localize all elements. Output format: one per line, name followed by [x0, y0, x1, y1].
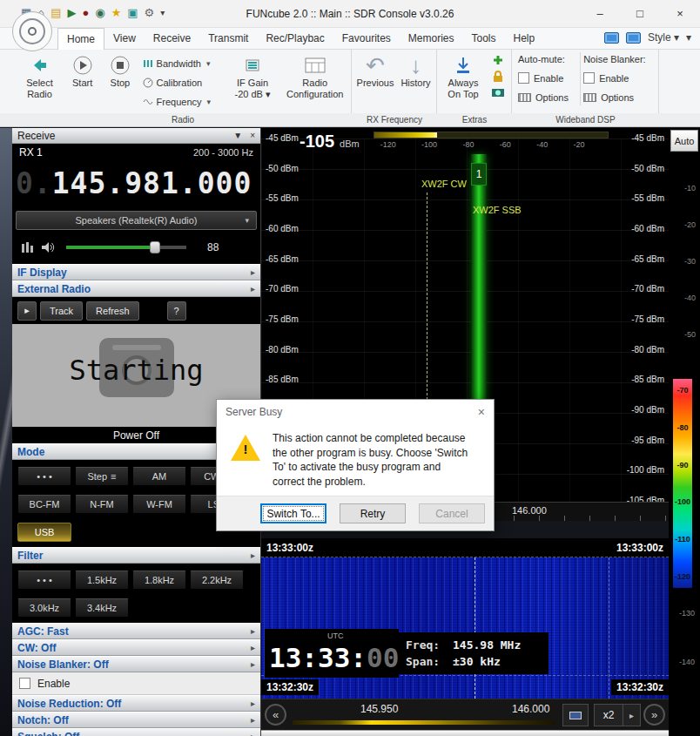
if-gain-button[interactable]: IF Gain -20 dB ▾: [228, 53, 278, 100]
close-button[interactable]: ×: [660, 0, 700, 27]
auto-mute-enable-checkbox[interactable]: [518, 72, 529, 84]
filter-34-button[interactable]: 3.4kHz: [75, 598, 129, 618]
auto-mute-enable[interactable]: Enable: [518, 70, 577, 86]
zoom-increase-button[interactable]: ▸: [623, 704, 641, 726]
mode-usb-button[interactable]: USB: [17, 523, 71, 542]
frequency-scale[interactable]: 145.950 146.000: [293, 699, 555, 731]
filter-15-button[interactable]: 1.5kHz: [75, 571, 129, 590]
start-button[interactable]: Start: [67, 53, 98, 89]
maximize-button[interactable]: □: [620, 0, 660, 27]
filter-22-button[interactable]: 2.2kHz: [190, 571, 244, 590]
scroll-right-button[interactable]: »: [643, 704, 665, 726]
stop-button[interactable]: Stop: [104, 53, 135, 89]
notch-section[interactable]: Notch: Off ▸: [12, 712, 260, 728]
retry-button[interactable]: Retry: [340, 503, 406, 523]
options-icon: [583, 93, 596, 102]
squelch-section[interactable]: Squelch: Off ▸: [12, 728, 260, 736]
speaker-icon[interactable]: [41, 241, 56, 253]
track-button[interactable]: Track: [40, 301, 83, 321]
if-gain-icon: [246, 53, 259, 78]
volume-slider-handle[interactable]: [150, 241, 160, 253]
switch-to-button[interactable]: Switch To...: [260, 503, 326, 523]
timestamp: 13:32:30z: [261, 679, 319, 695]
noise-blanker-section[interactable]: Noise Blanker: Off ▸: [12, 656, 260, 672]
tab-rec-playback[interactable]: Rec/Playbac: [257, 28, 333, 50]
select-radio-button[interactable]: Select Radio: [19, 53, 60, 100]
style-menu[interactable]: Style ▾: [648, 31, 679, 44]
receive-panel-header[interactable]: Receive ▼ ×: [12, 128, 260, 144]
axis-label: -80 dBm: [266, 345, 303, 354]
waterfall-display[interactable]: 13:33:00z 13:33:00z UTC 13:33:00 Freq: 1…: [261, 538, 669, 699]
filter-30-button[interactable]: 3.0kHz: [17, 598, 71, 618]
tune-marker-line: [475, 557, 475, 699]
signal-marker-1[interactable]: 1: [471, 163, 487, 186]
dialog-titlebar[interactable]: Server Busy ×: [217, 400, 494, 424]
tab-memories[interactable]: Memories: [400, 28, 463, 50]
dialog-close-icon[interactable]: ×: [478, 405, 485, 419]
agc-section[interactable]: AGC: Fast ▸: [12, 623, 260, 639]
previous-button[interactable]: ↶ Previous: [357, 53, 394, 89]
chevron-down-icon: ▾: [245, 216, 249, 225]
tab-receive[interactable]: Receive: [145, 28, 199, 50]
radio-configuration-button[interactable]: Radio Configuration: [284, 53, 346, 100]
rx-passband-range: 200 - 3000 Hz: [193, 147, 253, 158]
tab-view[interactable]: View: [104, 28, 145, 50]
noise-blanker-enable-row[interactable]: Enable: [12, 672, 260, 695]
mixer-icon[interactable]: [21, 241, 34, 253]
mode-step-button[interactable]: Step≡: [75, 467, 129, 486]
chevron-right-icon: ▸: [251, 732, 255, 736]
noise-blanker-checkbox[interactable]: [19, 678, 30, 689]
display-options-button[interactable]: [562, 704, 589, 726]
mode-wfm-button[interactable]: W-FM: [132, 495, 186, 514]
pin-icon[interactable]: ▼: [233, 131, 242, 140]
noise-reduction-section[interactable]: Noise Reduction: Off ▸: [12, 695, 260, 712]
refresh-button[interactable]: Refresh: [86, 301, 139, 321]
menu-icon: ≡: [111, 471, 116, 482]
audio-device-select[interactable]: Speakers (Realtek(R) Audio) ▾: [16, 211, 257, 230]
noise-blanker-enable-checkbox[interactable]: [583, 72, 595, 84]
external-radio-section[interactable]: External Radio ▸: [12, 280, 260, 297]
filter-18-button[interactable]: 1.8kHz: [132, 571, 186, 590]
noise-blanker-enable[interactable]: Enable: [583, 70, 652, 86]
frequency-dropdown[interactable]: Frequency ▾: [143, 93, 221, 111]
volume-slider[interactable]: [66, 241, 186, 253]
auto-range-button[interactable]: Auto: [670, 130, 698, 152]
filter-section[interactable]: Filter ▸: [12, 547, 260, 564]
frequency-display[interactable]: 0. 145.981.000: [12, 161, 260, 205]
tab-transmit[interactable]: Transmit: [199, 28, 257, 50]
zoom-level-button[interactable]: x2: [594, 704, 623, 726]
tab-favourites[interactable]: Favourites: [333, 28, 400, 50]
mode-bcfm-button[interactable]: BC-FM: [17, 495, 71, 514]
frequency-leading: 0.: [16, 166, 52, 200]
cw-section[interactable]: CW: Off ▸: [12, 639, 260, 656]
if-display-section[interactable]: IF Display ▸: [12, 264, 260, 280]
ribbon-options-dropdown-icon[interactable]: ▾: [686, 31, 691, 44]
tab-tools[interactable]: Tools: [463, 28, 505, 50]
monitor-icon[interactable]: [626, 32, 641, 44]
auto-mute-options[interactable]: Options: [518, 89, 577, 105]
calibration-button[interactable]: Calibration: [143, 74, 221, 91]
clock-time: 13:33:: [269, 642, 367, 673]
scroll-left-button[interactable]: «: [265, 704, 286, 726]
bandwidth-dropdown[interactable]: Bandwidth ▾: [143, 55, 221, 72]
always-on-top-button[interactable]: Always On Top: [442, 53, 484, 100]
chevron-down-icon: ▾: [674, 31, 679, 44]
help-button[interactable]: ?: [167, 301, 186, 321]
monitor-icon[interactable]: [604, 32, 619, 44]
mode-nfm-button[interactable]: N-FM: [75, 495, 129, 514]
minimize-button[interactable]: –: [580, 0, 620, 27]
mode-am-button[interactable]: AM: [132, 467, 186, 486]
close-icon[interactable]: ×: [250, 131, 255, 140]
tab-help[interactable]: Help: [505, 28, 544, 50]
history-button[interactable]: ↓ History: [400, 53, 431, 89]
filter-more-button[interactable]: • • •: [17, 571, 71, 590]
track-play-button[interactable]: ▸: [17, 301, 37, 321]
tab-home[interactable]: Home: [57, 28, 104, 50]
camera-icon[interactable]: [491, 87, 505, 98]
add-icon[interactable]: [493, 55, 503, 65]
noise-blanker-options[interactable]: Options: [583, 89, 652, 105]
chevron-right-icon: ▸: [251, 715, 255, 725]
axis-label: -60 dBm: [266, 224, 303, 233]
mode-more-button[interactable]: • • •: [17, 467, 71, 486]
lock-icon[interactable]: [492, 70, 504, 83]
